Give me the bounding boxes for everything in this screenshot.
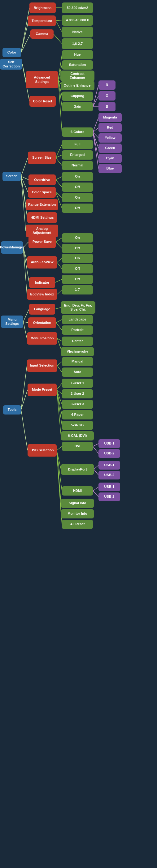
node-full[interactable]: Full xyxy=(62,140,93,149)
svg-line-0 xyxy=(21,8,29,53)
node-sixColors[interactable]: 6 Colors xyxy=(62,127,93,137)
node-monitorInfo[interactable]: Monitor Info xyxy=(61,509,94,519)
node-autoEcoViewOn[interactable]: On xyxy=(62,254,93,263)
node-landscape[interactable]: Landscape xyxy=(62,315,93,324)
node-tools[interactable]: Tools xyxy=(3,405,21,414)
svg-line-54 xyxy=(57,338,62,341)
node-g[interactable]: G xyxy=(99,91,115,100)
svg-line-28 xyxy=(21,176,26,205)
svg-line-51 xyxy=(55,308,61,309)
node-usbSelection[interactable]: USB Selection xyxy=(28,444,57,457)
node-magenta[interactable]: Magenta xyxy=(99,113,122,122)
node-colorReset[interactable]: Color Reset xyxy=(29,96,56,107)
svg-line-29 xyxy=(21,176,27,217)
svg-line-67 xyxy=(57,446,62,451)
node-hdmi[interactable]: HDMI xyxy=(62,486,93,496)
node-inputSelection[interactable]: Input Selection xyxy=(27,360,57,372)
node-language[interactable]: Language xyxy=(29,304,55,315)
node-brightness[interactable]: Brightness xyxy=(29,2,56,13)
node-hue[interactable]: Hue xyxy=(62,50,93,59)
node-indicator17[interactable]: 1-7 xyxy=(62,285,93,294)
node-indicatorOff[interactable]: Off xyxy=(62,275,93,284)
node-outlineEnhancer[interactable]: Outline Enhancer xyxy=(61,81,95,90)
svg-line-42 xyxy=(56,238,62,242)
svg-line-19 xyxy=(93,118,99,132)
svg-line-64 xyxy=(57,390,62,415)
node-menuSettings[interactable]: Menu Settings xyxy=(1,315,23,328)
svg-line-74 xyxy=(93,446,99,454)
node-gain[interactable]: Gain xyxy=(62,102,93,111)
node-hdmiUsb2[interactable]: USB-2 xyxy=(99,493,120,501)
node-mode5srgb[interactable]: 5-sRGB xyxy=(62,421,93,430)
svg-line-41 xyxy=(23,247,27,294)
node-mode1user1[interactable]: 1-User 1 xyxy=(62,379,93,388)
node-powerManager[interactable]: PowerManager xyxy=(1,241,23,254)
node-normal[interactable]: Normal xyxy=(62,161,93,170)
node-color[interactable]: Color xyxy=(2,48,21,57)
node-allReset[interactable]: All Reset xyxy=(62,520,93,529)
node-overdrive[interactable]: Overdrive xyxy=(28,175,56,185)
node-auto[interactable]: Auto xyxy=(62,368,93,377)
node-overdriveOn[interactable]: On xyxy=(62,172,93,181)
node-portrait[interactable]: Portrait xyxy=(62,326,93,335)
svg-line-60 xyxy=(57,366,62,372)
node-orientation[interactable]: Orientation xyxy=(28,317,56,328)
node-dviUsb1[interactable]: USB-1 xyxy=(99,439,120,448)
node-dpUsb2[interactable]: USB-2 xyxy=(99,471,120,479)
node-center[interactable]: Center xyxy=(62,337,93,346)
node-b50300[interactable]: 50-300 cd/m2 xyxy=(62,2,93,13)
node-screen[interactable]: Screen xyxy=(2,172,21,181)
svg-line-6 xyxy=(56,20,62,21)
node-displayport[interactable]: DisplayPort xyxy=(61,464,94,475)
node-native[interactable]: Native xyxy=(62,27,93,37)
node-red[interactable]: Red xyxy=(99,123,122,132)
svg-line-22 xyxy=(93,132,99,148)
node-hdmiUsb1[interactable]: USB-1 xyxy=(99,483,120,491)
node-mode3user3[interactable]: 3-User 3 xyxy=(62,400,93,409)
node-screenSize[interactable]: Screen Size xyxy=(28,152,56,164)
node-indicator[interactable]: Indicator xyxy=(29,277,55,288)
node-dvi[interactable]: DVI xyxy=(62,442,93,451)
node-hdmiSettings[interactable]: HDMI Settings xyxy=(27,212,57,223)
node-manual[interactable]: Manual xyxy=(62,357,93,366)
node-b4000[interactable]: 4 000-10 000 k xyxy=(62,15,93,26)
node-blue_[interactable]: Blue xyxy=(99,164,122,173)
node-saturation[interactable]: Saturation xyxy=(62,60,93,70)
node-gamma[interactable]: Gamma xyxy=(30,29,54,39)
node-cyan[interactable]: Cyan xyxy=(99,154,122,163)
node-modePreset[interactable]: Mode Preset xyxy=(28,383,57,396)
node-menuPosition[interactable]: Menu Position xyxy=(27,332,57,345)
node-yellow[interactable]: Yellow xyxy=(99,133,122,143)
node-analogAdjustment[interactable]: Analog Adjustment xyxy=(26,224,58,237)
node-clipping[interactable]: Clipping xyxy=(62,92,93,101)
node-ecoViewIndex[interactable]: EcoView Index xyxy=(27,289,57,300)
node-autoEcoView[interactable]: Auto EcoView xyxy=(27,256,57,269)
node-powerSaveOn[interactable]: On xyxy=(62,233,93,243)
node-colorSpace[interactable]: Color Space xyxy=(28,187,56,198)
node-dviUsb2[interactable]: USB-2 xyxy=(99,449,120,458)
node-contrastEnhancer[interactable]: Contrast Enhancer xyxy=(60,70,95,81)
node-rangeExtension[interactable]: Range Extension xyxy=(26,199,58,210)
node-advancedSettings[interactable]: Advanced Settings xyxy=(26,71,58,88)
node-vlechnyrohv[interactable]: Vlechmyrohv xyxy=(61,347,94,356)
node-powerSave[interactable]: Power Save xyxy=(28,236,56,248)
node-green_[interactable]: Green xyxy=(99,144,122,153)
node-temperature[interactable]: Temperature xyxy=(28,16,56,26)
node-colorSpaceOn[interactable]: On xyxy=(62,193,93,202)
node-dpUsb1[interactable]: USB-1 xyxy=(99,461,120,470)
node-signalInfo[interactable]: Signal Info xyxy=(61,499,94,508)
node-mode6cal[interactable]: 6-CAL (DVI) xyxy=(61,431,94,440)
node-b[interactable]: B xyxy=(99,102,115,111)
node-overdriveOff[interactable]: Off xyxy=(62,183,93,192)
node-selfCorrection[interactable]: Self Correction xyxy=(0,59,22,70)
node-autoEcoViewOff[interactable]: Off xyxy=(62,264,93,274)
node-powerSaveOff[interactable]: Off xyxy=(62,244,93,253)
node-enlarged[interactable]: Enlarged xyxy=(62,150,93,160)
node-gamma162[interactable]: 1,6-2,7 xyxy=(62,38,93,49)
node-langValue[interactable]: Eng, Deu, Fr, Fra, S ve, Chi, xyxy=(61,301,95,314)
node-mode4paper[interactable]: 4-Paper xyxy=(62,410,93,420)
node-mode2user2[interactable]: 2-User 2 xyxy=(62,389,93,398)
node-r[interactable]: R xyxy=(99,81,115,90)
node-colorSpaceOff[interactable]: Off xyxy=(62,204,93,213)
svg-line-35 xyxy=(56,180,62,187)
